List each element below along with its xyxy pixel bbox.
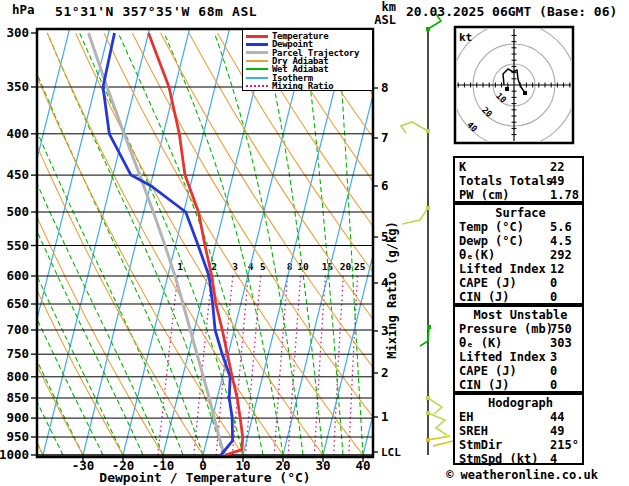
dewpoint-line-swatch <box>246 43 268 46</box>
table-title: Hodograph <box>455 396 582 410</box>
hodograph-marker <box>523 91 527 95</box>
row-value: 0 <box>550 276 557 290</box>
pressure-tick-label: 950 <box>6 429 29 444</box>
table-row: StmSpd (kt)4 <box>455 452 582 466</box>
legend-item-label: Mixing Ratio <box>272 81 333 91</box>
temp-tick-label: 40 <box>355 458 370 473</box>
mixing-ratio-lines: 12345810152025 <box>158 261 366 455</box>
row-value: 0 <box>550 290 557 304</box>
table-row: θₑ(K)292 <box>455 248 582 262</box>
surface-table: Surface Temp (°C)5.6 Dewp (°C)4.5 θₑ(K)2… <box>453 203 584 305</box>
row-label: CIN (J) <box>459 378 510 392</box>
hodograph: 102040kt <box>452 23 576 147</box>
row-value: 0 <box>550 378 557 392</box>
temperature-line-swatch <box>246 35 268 38</box>
wet-adiabat-lines <box>0 33 363 455</box>
row-label: SREH <box>459 424 488 438</box>
wind-barb-dot <box>426 206 430 210</box>
table-row: Lifted Index12 <box>455 262 582 276</box>
skewt-sounding-page: { "header": { "pressure_unit": "hPa", "t… <box>0 0 629 486</box>
row-label: PW (cm) <box>459 188 510 202</box>
legend-item: Mixing Ratio <box>243 82 372 90</box>
parcel-line-swatch <box>246 51 268 54</box>
hodograph-marker <box>505 87 509 91</box>
row-value: 5.6 <box>550 220 572 234</box>
km-tick-label: 1 <box>381 409 389 424</box>
mixing-ratio-value-label: 3 <box>232 261 238 272</box>
isotherm-line-swatch <box>246 77 268 79</box>
row-value: 0 <box>550 364 557 378</box>
temp-tick-label: -30 <box>72 458 95 473</box>
row-value: 1.78 <box>550 188 579 202</box>
indices-table: K22 Totals Totals49 PW (cm)1.78 <box>453 156 584 203</box>
row-value: 303 <box>550 336 572 350</box>
row-label: EH <box>459 410 473 424</box>
table-row: CAPE (J)0 <box>455 276 582 290</box>
table-title: Most Unstable <box>455 308 582 322</box>
row-label: Dewp (°C) <box>459 234 524 248</box>
km-tick-label: 6 <box>381 178 389 193</box>
pressure-axis: 3003504004505005506006507007508008509009… <box>0 25 37 462</box>
mixing-ratio-value-label: 2 <box>211 261 217 272</box>
page-title: 51°31'N 357°35'W 68m ASL <box>55 4 257 19</box>
credit-text: © weatheronline.co.uk <box>432 468 612 482</box>
dry-adiabat-line-swatch <box>246 60 268 62</box>
table-row: PW (cm)1.78 <box>455 188 582 202</box>
row-value: 12 <box>550 262 564 276</box>
wind-barb-dot <box>426 438 430 442</box>
table-row: θₑ (K)303 <box>455 336 582 350</box>
table-row: StmDir215° <box>455 438 582 452</box>
wind-barb <box>433 441 453 446</box>
datetime-header: 20.03.2025 06GMT (Base: 06) <box>406 4 617 19</box>
x-axis-label: Dewpoint / Temperature (°C) <box>99 470 310 485</box>
row-value: 4.5 <box>550 234 572 248</box>
row-value: 3 <box>550 350 557 364</box>
most-unstable-table: Most Unstable Pressure (mb)750 θₑ (K)303… <box>453 305 584 393</box>
wind-barb-dot <box>426 396 430 400</box>
mixing-ratio-axis-label: Mixing Ratio (g/kg) <box>385 221 399 358</box>
table-row: Lifted Index3 <box>455 350 582 364</box>
mixing-ratio-line-swatch <box>246 85 268 87</box>
row-label: Lifted Index <box>459 350 546 364</box>
pressure-tick-label: 900 <box>6 410 29 425</box>
wind-barb-dot <box>426 27 430 31</box>
wind-barb <box>401 122 428 133</box>
km-tick-label: 8 <box>381 80 389 95</box>
pressure-tick-label: 500 <box>6 204 29 219</box>
row-value: 750 <box>550 322 572 336</box>
temperature-axis: -30-20-10010203040Dewpoint / Temperature… <box>72 457 371 485</box>
pressure-tick-label: 400 <box>6 126 29 141</box>
table-row: Totals Totals49 <box>455 174 582 188</box>
table-row: SREH49 <box>455 424 582 438</box>
pressure-tick-label: 450 <box>6 167 29 182</box>
row-value: 215° <box>550 438 579 452</box>
wind-barb-dot <box>426 411 430 415</box>
row-label: Temp (°C) <box>459 220 524 234</box>
row-value: 49 <box>550 174 564 188</box>
wind-barb-dot <box>427 325 431 329</box>
km-tick-label: 7 <box>381 130 389 145</box>
table-row: CAPE (J)0 <box>455 364 582 378</box>
row-label: StmDir <box>459 438 502 452</box>
table-row: EH44 <box>455 410 582 424</box>
table-row: Dewp (°C)4.5 <box>455 234 582 248</box>
wind-barb <box>428 398 442 414</box>
km-tick-label: 2 <box>381 365 389 380</box>
pressure-tick-label: 800 <box>6 369 29 384</box>
row-value: 4 <box>550 452 557 466</box>
wind-barb <box>402 208 428 224</box>
row-label: θₑ (K) <box>459 336 502 350</box>
wind-barb-column <box>401 14 453 455</box>
row-value: 44 <box>550 410 564 424</box>
altitude-axis: 87654321LCLMixing Ratio (g/kg) <box>373 80 401 459</box>
row-label: StmSpd (kt) <box>459 452 538 466</box>
row-label: Lifted Index <box>459 262 546 276</box>
mixing-ratio-value-label: 20 <box>340 261 352 272</box>
wet-adiabat-line-swatch <box>246 68 268 70</box>
pressure-tick-label: 600 <box>6 268 29 283</box>
km-axis-unit-top: km <box>369 0 396 14</box>
pressure-tick-label: 650 <box>6 296 29 311</box>
pressure-tick-label: 700 <box>6 322 29 337</box>
row-label: Pressure (mb) <box>459 322 553 336</box>
wind-barb-dot <box>426 129 430 133</box>
